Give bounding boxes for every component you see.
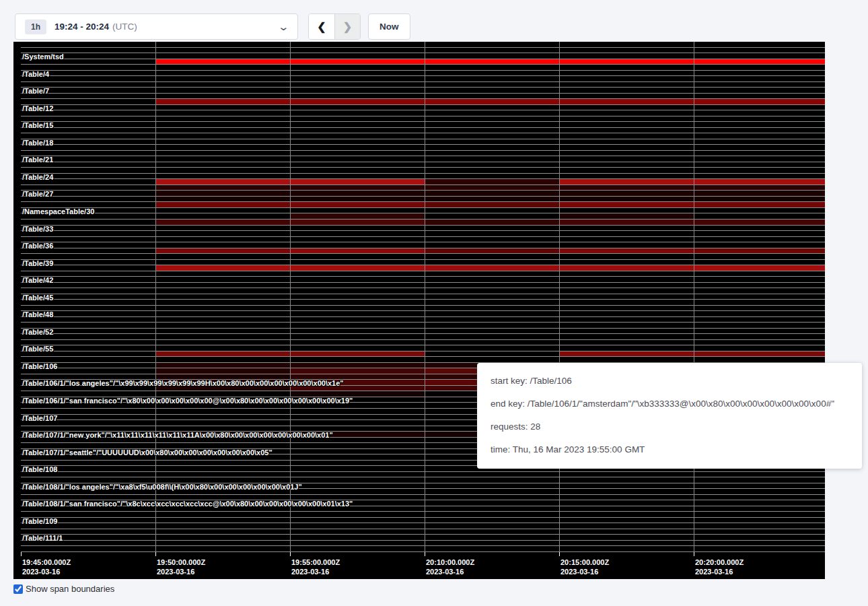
heatmap-cell[interactable] [21,288,155,294]
heatmap-cell[interactable] [21,368,155,374]
heatmap-cell[interactable] [425,156,559,162]
heatmap-cell[interactable] [155,374,290,380]
heatmap-cell[interactable] [290,277,425,282]
heatmap-cell[interactable] [425,489,559,494]
heatmap-cell[interactable] [559,213,694,219]
heatmap-cell[interactable] [694,65,825,70]
heatmap-cell[interactable] [155,518,290,523]
heatmap-cell[interactable] [425,495,559,500]
heatmap-cell[interactable] [21,477,155,483]
heatmap-cell[interactable] [425,133,559,139]
heatmap-cell[interactable] [559,145,694,150]
heatmap-cell[interactable] [290,82,425,88]
heatmap-cell[interactable] [21,300,155,305]
heatmap-cell[interactable] [290,306,425,311]
heatmap-cell[interactable] [694,110,825,116]
heatmap-cell[interactable] [155,495,290,500]
heatmap-cell[interactable] [290,317,425,323]
heatmap-cell[interactable] [21,518,155,523]
heatmap-cell[interactable] [694,311,825,316]
heatmap-cell[interactable] [290,345,425,351]
heatmap-cell[interactable] [559,94,694,99]
heatmap-cell[interactable] [21,151,155,156]
heatmap-cell[interactable] [559,202,694,207]
heatmap-cell[interactable] [290,340,425,345]
heatmap-cell[interactable] [694,122,825,127]
heatmap-cell[interactable] [425,518,559,523]
heatmap-cell[interactable] [694,472,825,477]
heatmap-cell[interactable] [290,122,425,127]
heatmap-cell[interactable] [21,311,155,316]
heatmap-cell[interactable] [425,311,559,316]
heatmap-cell[interactable] [21,162,155,168]
heatmap-cell[interactable] [21,351,155,357]
heatmap-cell[interactable] [425,546,559,551]
heatmap-cell[interactable] [425,529,559,535]
heatmap-cell[interactable] [155,357,290,362]
heatmap-cell[interactable] [290,99,425,104]
heatmap-cell[interactable] [155,191,290,196]
heatmap-cell[interactable] [290,139,425,145]
heatmap-cell[interactable] [559,323,694,328]
heatmap-cell[interactable] [290,483,425,489]
heatmap-cell[interactable] [155,461,290,466]
heatmap-cell[interactable] [155,110,290,116]
heatmap-cell[interactable] [290,288,425,294]
heatmap-cell[interactable] [694,248,825,254]
heatmap-cell[interactable] [290,174,425,179]
heatmap-cell[interactable] [21,254,155,259]
heatmap-cell[interactable] [559,99,694,104]
heatmap-cell[interactable] [425,340,559,345]
heatmap-cell[interactable] [290,495,425,500]
heatmap-cell[interactable] [559,288,694,294]
heatmap-cell[interactable] [155,345,290,351]
heatmap-cell[interactable] [21,145,155,150]
heatmap-cell[interactable] [155,271,290,277]
heatmap-cell[interactable] [155,334,290,339]
heatmap-cell[interactable] [559,495,694,500]
heatmap-cell[interactable] [694,518,825,523]
heatmap-cell[interactable] [694,88,825,93]
heatmap-cell[interactable] [694,254,825,259]
heatmap-cell[interactable] [155,226,290,231]
heatmap-cell[interactable] [21,248,155,254]
heatmap-cell[interactable] [155,139,290,145]
heatmap-cell[interactable] [155,202,290,207]
heatmap-cell[interactable] [559,208,694,213]
heatmap-cell[interactable] [559,300,694,305]
heatmap-cell[interactable] [155,317,290,323]
heatmap-cell[interactable] [155,506,290,512]
heatmap-cell[interactable] [425,220,559,225]
heatmap-cell[interactable] [694,306,825,311]
heatmap-cell[interactable] [425,334,559,339]
heatmap-cell[interactable] [290,512,425,517]
heatmap-cell[interactable] [559,76,694,81]
heatmap-cell[interactable] [694,523,825,529]
heatmap-cell[interactable] [559,535,694,540]
heatmap-cell[interactable] [694,323,825,328]
heatmap-cell[interactable] [425,122,559,127]
heatmap-cell[interactable] [290,426,425,432]
heatmap-cell[interactable] [290,472,425,477]
heatmap-cell[interactable] [290,351,425,357]
heatmap-cell[interactable] [694,541,825,546]
heatmap-cell[interactable] [559,283,694,288]
heatmap-cell[interactable] [21,179,155,184]
heatmap-cell[interactable] [290,71,425,76]
heatmap-cell[interactable] [425,345,559,351]
heatmap-cell[interactable] [21,271,155,277]
heatmap-cell[interactable] [21,306,155,311]
heatmap-cell[interactable] [694,208,825,213]
heatmap-cell[interactable] [21,294,155,300]
heatmap-cell[interactable] [155,391,290,397]
heatmap-cell[interactable] [290,265,425,271]
heatmap-cell[interactable] [21,386,155,391]
heatmap-cell[interactable] [559,191,694,196]
heatmap-cell[interactable] [425,128,559,133]
heatmap-cell[interactable] [559,237,694,242]
heatmap-cell[interactable] [425,88,559,93]
heatmap-cell[interactable] [694,271,825,277]
heatmap-cell[interactable] [21,449,155,454]
heatmap-cell[interactable] [290,454,425,460]
heatmap-cell[interactable] [425,277,559,282]
